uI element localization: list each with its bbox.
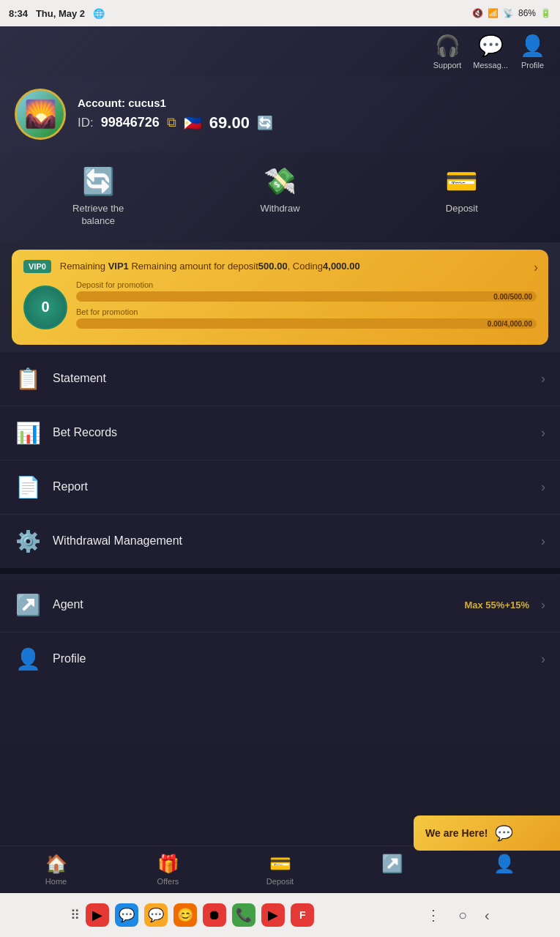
battery-text: 86% xyxy=(518,8,536,18)
app-chat-icon[interactable]: 💬 xyxy=(144,903,168,927)
nav-profile[interactable]: 👤 Profile xyxy=(520,34,545,70)
app-profile2-icon[interactable]: 😊 xyxy=(173,903,197,927)
deposit-bar-row: Deposit for promotion 0.00/500.00 xyxy=(76,280,537,302)
top-nav: 🎧 Support 💬 Messag... 👤 Profile xyxy=(0,26,560,77)
battery-icon: 🔋 xyxy=(540,8,551,18)
status-bar: 8:34 Thu, May 2 🌐 🔇 📶 📡 86% 🔋 xyxy=(0,0,560,26)
app-free-icon[interactable]: F xyxy=(291,903,314,927)
android-menu-icon[interactable]: ⋮ xyxy=(426,906,441,924)
action-withdraw[interactable]: 💸 Withdraw xyxy=(189,166,370,228)
nav-messages[interactable]: 💬 Messag... xyxy=(473,34,508,70)
app-youtube2-icon[interactable]: ▶ xyxy=(261,903,285,927)
vip-progress-section: 0 Deposit for promotion 0.00/500.00 Bet … xyxy=(23,280,537,335)
android-controls: ⋮ ○ ‹ xyxy=(426,906,490,924)
balance-amount: 69.00 xyxy=(209,113,250,132)
support-label: Support xyxy=(433,61,462,70)
app-grid-icon[interactable]: ⠿ xyxy=(70,907,80,923)
android-nav-bar: ⠿ ▶ 💬 💬 😊 ⏺ 📞 ▶ F ⋮ ○ ‹ xyxy=(0,893,560,937)
vip-bars: Deposit for promotion 0.00/500.00 Bet fo… xyxy=(76,280,537,335)
menu-item-profile[interactable]: 👤 Profile › xyxy=(0,632,560,686)
user-avatar: 🌄 xyxy=(15,89,66,140)
id-prefix: ID: xyxy=(78,116,94,130)
statement-label: Statement xyxy=(53,372,529,385)
deposit-bar-value: 0.00/500.00 xyxy=(493,292,532,300)
withdrawal-management-chevron-icon: › xyxy=(541,534,545,549)
app-messenger-icon[interactable]: 💬 xyxy=(115,903,138,927)
app-youtube-icon[interactable]: ▶ xyxy=(86,903,109,927)
vip-card-header: VIP0 Remaining VIP1 Remaining amount for… xyxy=(23,260,537,273)
report-icon: 📄 xyxy=(15,475,41,499)
time: 8:34 xyxy=(9,8,28,19)
app-record-icon[interactable]: ⏺ xyxy=(203,903,226,927)
bet-bar-track: 0.00/4,000.00 xyxy=(76,318,537,329)
bottom-nav-home[interactable]: 🏠 Home xyxy=(0,846,112,893)
bottom-nav-offers[interactable]: 🎁 Offers xyxy=(112,846,224,893)
deposit-label: Deposit xyxy=(446,203,478,215)
chat-toast-text: We are Here! xyxy=(425,827,488,839)
bottom-nav-share[interactable]: ↗️ xyxy=(336,846,448,893)
account-name: Account: cucus1 xyxy=(78,97,545,109)
deposit-bar-label: Deposit for promotion xyxy=(76,280,537,289)
app-phone-icon[interactable]: 📞 xyxy=(232,903,255,927)
support-icon: 🎧 xyxy=(435,34,460,58)
offers-nav-label: Offers xyxy=(157,877,179,886)
deposit-bar-track: 0.00/500.00 xyxy=(76,291,537,302)
nav-support[interactable]: 🎧 Support xyxy=(433,34,462,70)
profile-icon: 👤 xyxy=(520,34,545,58)
retrieve-label: Retrieve thebalance xyxy=(72,203,124,228)
messages-icon: 💬 xyxy=(478,34,504,58)
withdrawal-management-label: Withdrawal Management xyxy=(53,534,529,548)
share-nav-icon: ↗️ xyxy=(381,854,403,874)
agent-label: Agent xyxy=(53,598,452,611)
chat-toast[interactable]: We are Here! 💬 xyxy=(414,815,560,851)
android-home-icon[interactable]: ○ xyxy=(458,907,467,924)
flag-icon: 🇵🇭 xyxy=(184,114,202,132)
menu-section: 📋 Statement › 📊 Bet Records › 📄 Report ›… xyxy=(0,352,560,568)
report-chevron-icon: › xyxy=(541,479,545,495)
account-id-row: ID: 99846726 ⧉ 🇵🇭 69.00 🔄 xyxy=(78,113,545,132)
menu-item-statement[interactable]: 📋 Statement › xyxy=(0,352,560,406)
bottom-nav: 🏠 Home 🎁 Offers 💳 Deposit ↗️ 👤 xyxy=(0,845,560,893)
agent-icon: ↗️ xyxy=(15,593,41,617)
home-nav-label: Home xyxy=(45,877,67,886)
account-section: 🌄 Account: cucus1 ID: 99846726 ⧉ 🇵🇭 69.0… xyxy=(0,77,560,152)
status-time: 8:34 Thu, May 2 🌐 xyxy=(9,8,105,19)
copy-icon[interactable]: ⧉ xyxy=(167,115,176,130)
user-nav-icon: 👤 xyxy=(493,854,515,874)
deposit-nav-icon: 💳 xyxy=(269,854,291,874)
menu-item-withdrawal-management[interactable]: ⚙️ Withdrawal Management › xyxy=(0,515,560,568)
date: Thu, May 2 xyxy=(36,8,85,19)
vip-level-avatar: 0 xyxy=(23,285,67,329)
menu-item-bet-records[interactable]: 📊 Bet Records › xyxy=(0,406,560,460)
bet-records-label: Bet Records xyxy=(53,426,529,439)
agent-chevron-icon: › xyxy=(541,597,545,613)
agent-badge: Max 55%+15% xyxy=(464,600,529,611)
withdraw-icon: 💸 xyxy=(264,166,296,197)
refresh-icon[interactable]: 🔄 xyxy=(257,115,273,131)
agent-profile-section: ↗️ Agent Max 55%+15% › 👤 Profile › xyxy=(0,578,560,686)
profile-chevron-icon: › xyxy=(541,652,545,667)
bet-bar-value: 0.00/4,000.00 xyxy=(488,319,532,327)
report-label: Report xyxy=(53,480,529,493)
statement-chevron-icon: › xyxy=(541,371,545,387)
mute-icon: 🔇 xyxy=(472,8,483,18)
profile-label: Profile xyxy=(521,61,544,70)
profile-menu-label: Profile xyxy=(53,652,529,665)
withdraw-label: Withdraw xyxy=(260,203,299,215)
vip-card[interactable]: › VIP0 Remaining VIP1 Remaining amount f… xyxy=(12,250,548,345)
app-container: 🎧 Support 💬 Messag... 👤 Profile 🌄 Accoun… xyxy=(0,26,560,937)
globe-icon: 🌐 xyxy=(93,8,105,19)
status-right: 🔇 📶 📡 86% 🔋 xyxy=(472,8,551,18)
wifi-icon: 📶 xyxy=(488,8,499,18)
signal-icon: 📡 xyxy=(503,8,514,18)
bottom-nav-user[interactable]: 👤 xyxy=(448,846,560,893)
profile-menu-icon: 👤 xyxy=(15,647,41,671)
android-back-icon[interactable]: ‹ xyxy=(485,907,490,924)
action-deposit[interactable]: 💳 Deposit xyxy=(371,166,553,228)
menu-item-report[interactable]: 📄 Report › xyxy=(0,460,560,515)
menu-item-agent[interactable]: ↗️ Agent Max 55%+15% › xyxy=(0,578,560,632)
bet-records-chevron-icon: › xyxy=(541,425,545,441)
action-retrieve[interactable]: 🔄 Retrieve thebalance xyxy=(7,166,189,228)
bottom-nav-deposit[interactable]: 💳 Deposit xyxy=(224,846,336,893)
vip-badge: VIP0 xyxy=(23,260,51,273)
